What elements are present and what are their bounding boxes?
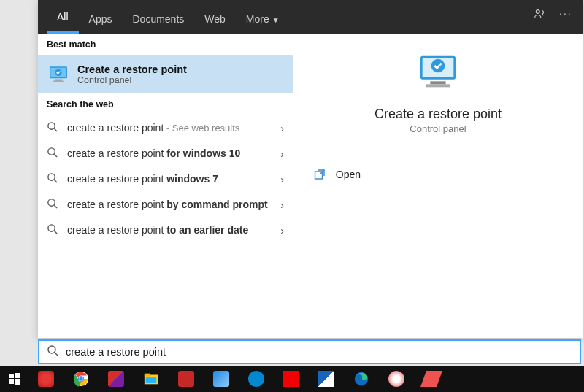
svg-point-31 (79, 377, 83, 381)
open-action[interactable]: Open (311, 161, 565, 188)
svg-point-8 (48, 148, 55, 155)
best-match-title: Create a restore point (77, 64, 187, 75)
taskbar-app-generic2[interactable] (239, 366, 273, 392)
divider (311, 155, 565, 155)
taskbar-app-explorer[interactable] (134, 366, 168, 392)
best-match-header: Best match (38, 34, 293, 55)
search-bar[interactable] (38, 339, 581, 364)
web-result-2[interactable]: create a restore point windows 7› (38, 166, 293, 192)
detail-pane: Create a restore point Control panel Ope… (293, 34, 583, 338)
svg-rect-19 (426, 84, 450, 87)
results-list: Best match Create a restore point Contro… (38, 34, 293, 338)
taskbar (0, 366, 584, 392)
web-result-3[interactable]: create a restore point by command prompt… (38, 192, 293, 218)
taskbar-app-pdf[interactable] (169, 366, 203, 392)
start-button[interactable] (1, 366, 28, 392)
svg-rect-25 (15, 373, 20, 378)
detail-title: Create a restore point (374, 107, 502, 122)
svg-rect-4 (53, 81, 64, 82)
svg-rect-18 (430, 81, 445, 84)
svg-rect-3 (55, 80, 63, 81)
search-results-panel: All Apps Documents Web More▼ ··· Best ma… (38, 0, 583, 338)
svg-point-22 (48, 346, 55, 353)
svg-rect-33 (145, 374, 150, 377)
caret-down-icon: ▼ (272, 16, 280, 24)
more-options-icon[interactable]: ··· (559, 7, 572, 20)
taskbar-app-huawei[interactable] (29, 366, 63, 392)
search-icon (47, 172, 60, 186)
taskbar-app-generic1[interactable] (204, 366, 238, 392)
taskbar-app-diagonal[interactable] (310, 366, 343, 392)
chevron-right-icon: › (276, 199, 284, 211)
taskbar-app-usb[interactable] (99, 366, 133, 392)
taskbar-app-red[interactable] (274, 366, 308, 392)
open-label: Open (336, 169, 361, 180)
svg-rect-26 (9, 379, 14, 384)
search-icon (47, 198, 60, 212)
web-result-text: create a restore point - See web results (67, 122, 269, 135)
tab-more[interactable]: More▼ (236, 6, 290, 34)
chevron-right-icon: › (276, 225, 284, 237)
monitor-check-icon (47, 63, 70, 86)
taskbar-app-anydesk[interactable] (415, 366, 448, 392)
search-icon (47, 223, 60, 237)
svg-line-15 (54, 231, 57, 234)
tab-all[interactable]: All (47, 4, 79, 34)
feedback-icon[interactable] (533, 7, 546, 23)
taskbar-app-generic3[interactable] (380, 366, 413, 392)
svg-rect-24 (9, 374, 14, 378)
svg-line-7 (54, 128, 57, 131)
filter-tabs: All Apps Documents Web More▼ ··· (38, 0, 583, 34)
web-result-0[interactable]: create a restore point - See web results… (38, 115, 293, 141)
search-web-header: Search the web (38, 93, 293, 115)
tab-web[interactable]: Web (194, 6, 236, 34)
web-result-text: create a restore point to an earlier dat… (67, 224, 269, 237)
search-icon (47, 345, 58, 359)
tab-apps[interactable]: Apps (79, 6, 123, 34)
svg-point-6 (48, 123, 55, 129)
svg-line-9 (54, 154, 57, 157)
chevron-right-icon: › (276, 148, 284, 160)
chevron-right-icon: › (276, 174, 284, 185)
detail-subtitle: Control panel (410, 123, 466, 134)
svg-point-12 (48, 199, 55, 206)
best-match-subtitle: Control panel (77, 75, 187, 85)
taskbar-app-edge[interactable] (345, 366, 378, 392)
web-result-text: create a restore point windows 7 (67, 173, 269, 186)
svg-point-10 (48, 174, 55, 180)
search-icon (47, 121, 60, 135)
web-result-text: create a restore point by command prompt (67, 199, 269, 212)
svg-rect-34 (146, 377, 157, 383)
search-input[interactable] (66, 346, 572, 358)
web-result-4[interactable]: create a restore point to an earlier dat… (38, 218, 293, 243)
best-match-result[interactable]: Create a restore point Control panel (38, 55, 293, 93)
taskbar-app-chrome[interactable] (64, 366, 98, 392)
web-result-1[interactable]: create a restore point for windows 10› (38, 141, 293, 166)
svg-line-11 (54, 180, 57, 182)
open-icon (314, 169, 326, 180)
search-icon (47, 147, 60, 161)
svg-line-13 (54, 205, 57, 208)
web-result-text: create a restore point for windows 10 (67, 147, 269, 161)
svg-rect-27 (15, 379, 20, 385)
chevron-right-icon: › (276, 123, 284, 134)
svg-point-0 (536, 10, 539, 14)
svg-line-23 (55, 353, 58, 356)
monitor-check-large-icon (415, 48, 461, 95)
tab-documents[interactable]: Documents (122, 6, 194, 34)
svg-point-14 (48, 225, 55, 231)
